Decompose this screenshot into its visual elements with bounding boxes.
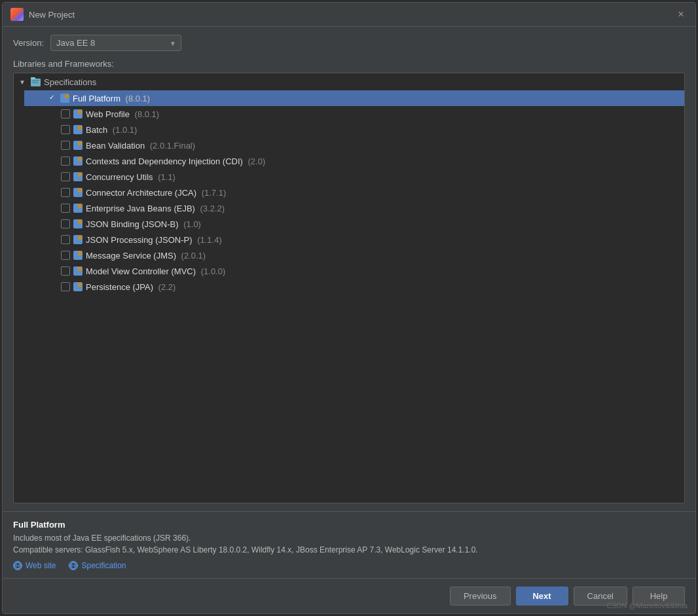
full-platform-name: Full Platform	[73, 94, 120, 103]
list-item[interactable]: Enterprise Java Beans (EJB) (3.2.2)	[24, 200, 684, 216]
specification-link-label: Specification	[81, 561, 126, 570]
info-title: Full Platform	[13, 520, 685, 530]
web-profile-icon	[73, 109, 83, 119]
full-platform-checkbox[interactable]	[48, 94, 57, 103]
info-panel: Full Platform Includes most of Java EE s…	[3, 511, 695, 578]
website-link[interactable]: Web site	[13, 561, 56, 570]
info-links: Web site Specification	[13, 561, 685, 570]
website-link-label: Web site	[26, 561, 56, 570]
list-item[interactable]: Contexts and Dependency Injection (CDI) …	[24, 153, 684, 169]
json-binding-name: JSON Binding (JSON-B)	[86, 219, 179, 229]
specifications-group-header[interactable]: ▼ Specifications	[14, 73, 684, 90]
batch-checkbox[interactable]	[61, 125, 70, 134]
title-bar-left: New Project	[10, 8, 75, 21]
json-processing-version: (1.1.4)	[195, 235, 222, 245]
list-item[interactable]: Web Profile (8.0.1)	[24, 106, 684, 122]
mvc-checkbox[interactable]	[61, 266, 70, 276]
ejb-name: Enterprise Java Beans (EJB)	[86, 204, 195, 213]
close-button[interactable]: ×	[674, 8, 688, 21]
list-item[interactable]: Full Platform (8.0.1)	[24, 90, 684, 106]
batch-icon	[73, 124, 83, 135]
full-platform-version: (8.0.1)	[123, 94, 150, 103]
info-description: Includes most of Java EE specifications …	[13, 534, 685, 543]
json-processing-name: JSON Processing (JSON-P)	[86, 235, 193, 245]
list-item[interactable]: Connector Architecture (JCA) (1.7.1)	[24, 185, 684, 200]
full-platform-icon	[60, 93, 70, 103]
info-compatibility: Compatible servers: GlassFish 5.x, WebSp…	[13, 545, 685, 554]
concurrency-checkbox[interactable]	[61, 172, 70, 181]
json-binding-version: (1.0)	[181, 219, 201, 229]
bean-validation-name: Bean Validation	[86, 141, 145, 151]
specifications-group-label: Specifications	[44, 77, 96, 87]
dialog-content: Version: Java EE 8 Java EE 7 Java EE 6 ▼…	[3, 27, 695, 511]
svg-rect-2	[32, 80, 39, 81]
list-item[interactable]: Bean Validation (2.0.1.Final)	[24, 137, 684, 153]
jms-name: Message Service (JMS)	[86, 251, 176, 261]
ejb-version: (3.2.2)	[198, 204, 225, 213]
list-item[interactable]: JSON Processing (JSON-P) (1.1.4)	[24, 232, 684, 247]
app-icon	[10, 8, 24, 21]
web-profile-version: (8.0.1)	[132, 109, 159, 119]
version-select[interactable]: Java EE 8 Java EE 7 Java EE 6	[50, 35, 181, 51]
connector-icon	[73, 187, 83, 198]
mvc-name: Model View Controller (MVC)	[86, 266, 196, 276]
version-select-wrapper: Java EE 8 Java EE 7 Java EE 6 ▼	[50, 35, 181, 51]
json-processing-checkbox[interactable]	[61, 235, 70, 244]
ejb-icon	[73, 203, 83, 213]
cdi-name: Contexts and Dependency Injection (CDI)	[86, 156, 243, 166]
specification-link[interactable]: Specification	[69, 561, 126, 570]
json-binding-checkbox[interactable]	[61, 219, 70, 228]
version-label: Version:	[13, 38, 44, 48]
chevron-down-icon: ▼	[19, 79, 28, 86]
ejb-checkbox[interactable]	[61, 204, 70, 213]
list-item[interactable]: Persistence (JPA) (2.2)	[24, 279, 684, 295]
persistence-icon	[73, 281, 83, 292]
title-bar: New Project ×	[3, 3, 695, 27]
group-folder-icon	[31, 77, 41, 87]
version-row: Version: Java EE 8 Java EE 7 Java EE 6 ▼	[13, 35, 685, 51]
jms-icon	[73, 250, 83, 261]
batch-version: (1.0.1)	[110, 125, 137, 135]
globe-icon	[13, 561, 22, 570]
new-project-dialog: New Project × Version: Java EE 8 Java EE…	[2, 2, 696, 614]
persistence-version: (2.2)	[156, 282, 175, 292]
mvc-icon	[73, 266, 83, 276]
cdi-checkbox[interactable]	[61, 156, 70, 166]
connector-name: Connector Architecture (JCA)	[86, 188, 196, 198]
mvc-version: (1.0.0)	[198, 266, 225, 276]
list-item[interactable]: JSON Binding (JSON-B) (1.0)	[24, 216, 684, 232]
dialog-footer: Previous Next Cancel Help	[3, 578, 695, 613]
json-processing-icon	[73, 234, 83, 245]
bean-validation-icon	[73, 140, 83, 151]
json-binding-icon	[73, 219, 83, 229]
dialog-title: New Project	[29, 10, 75, 20]
connector-checkbox[interactable]	[61, 188, 70, 197]
list-item[interactable]: Concurrency Utils (1.1)	[24, 169, 684, 185]
libraries-label: Libraries and Frameworks:	[13, 59, 685, 69]
web-profile-name: Web Profile	[86, 109, 130, 119]
jms-checkbox[interactable]	[61, 251, 70, 260]
svg-rect-1	[31, 77, 35, 79]
bean-validation-checkbox[interactable]	[61, 141, 70, 150]
persistence-name: Persistence (JPA)	[86, 282, 153, 292]
concurrency-icon	[73, 172, 83, 182]
list-item[interactable]: Batch (1.0.1)	[24, 122, 684, 137]
cdi-version: (2.0)	[246, 156, 265, 166]
persistence-checkbox[interactable]	[61, 282, 70, 291]
cdi-icon	[73, 156, 83, 166]
connector-version: (1.7.1)	[199, 188, 226, 198]
web-profile-checkbox[interactable]	[61, 109, 70, 118]
list-item[interactable]: Message Service (JMS) (2.0.1)	[24, 247, 684, 263]
watermark: CSDN @Mazeltov&&lliua	[606, 602, 688, 609]
previous-button[interactable]: Previous	[450, 587, 511, 606]
concurrency-version: (1.1)	[156, 172, 175, 182]
jms-version: (2.0.1)	[179, 251, 206, 261]
globe-icon-2	[69, 561, 78, 570]
frameworks-tree[interactable]: ▼ Specifications Full Pla	[13, 73, 685, 503]
svg-rect-3	[32, 82, 38, 83]
batch-name: Batch	[86, 125, 107, 135]
concurrency-name: Concurrency Utils	[86, 172, 153, 182]
next-button[interactable]: Next	[516, 587, 568, 606]
bean-validation-version: (2.0.1.Final)	[147, 141, 195, 151]
list-item[interactable]: Model View Controller (MVC) (1.0.0)	[24, 263, 684, 279]
